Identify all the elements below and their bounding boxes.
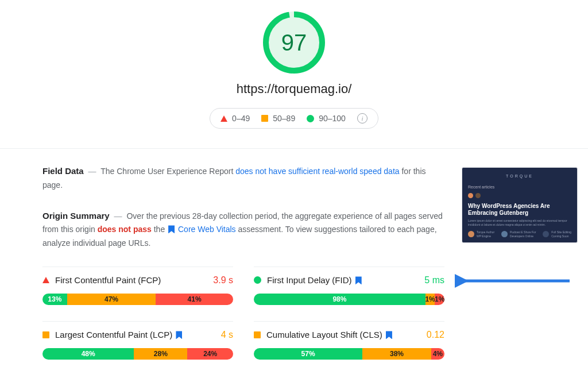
triangle-red-icon	[42, 277, 49, 283]
score-value: 97	[281, 30, 307, 56]
metric-cls-name-text: Cumulative Layout Shift (CLS)	[266, 330, 382, 339]
origin-mid: the	[152, 225, 167, 234]
lcp-good-seg: 48%	[42, 348, 134, 360]
score-header: 97 https://torquemag.io/ 0–49 50–89 90–1…	[0, 0, 588, 138]
metric-cls-value: 0.12	[427, 330, 444, 340]
triangle-red-icon	[220, 115, 227, 122]
metric-lcp-name-text: Largest Contentful Paint (LCP)	[55, 330, 172, 339]
metric-lcp-bar: 48% 28% 24%	[42, 348, 233, 360]
bookmark-icon	[355, 276, 362, 284]
dash: —	[88, 167, 96, 176]
square-orange-icon	[261, 115, 268, 122]
fcp-good-seg: 13%	[42, 294, 67, 305]
legend-average: 50–89	[261, 114, 295, 123]
metric-fid: First Input Delay (FID) 5 ms 98% 1% 1%	[254, 267, 444, 305]
avatar-icon	[475, 193, 481, 198]
metric-lcp-value: 4 s	[221, 330, 233, 340]
screenshot-thumbnail[interactable]: TORQUE Recent articles Why WordPress Age…	[462, 167, 578, 243]
fid-poor-seg: 1%	[435, 294, 444, 305]
avatar-icon	[501, 231, 508, 237]
fcp-poor-seg: 41%	[156, 294, 233, 305]
metric-cls-bar: 57% 38% 4%	[254, 348, 444, 360]
metric-fid-bar: 98% 1% 1%	[254, 294, 444, 305]
metric-fid-value: 5 ms	[424, 275, 444, 285]
metric-cls: Cumulative Layout Shift (CLS) 0.12 57% 3…	[254, 321, 444, 360]
metric-fcp-bar: 13% 47% 41%	[42, 294, 233, 305]
metric-fcp: First Contentful Paint (FCP) 3.9 s 13% 4…	[42, 267, 233, 305]
score-legend: 0–49 50–89 90–100 i	[210, 108, 378, 129]
fid-good-seg: 98%	[254, 294, 425, 305]
circle-green-icon	[254, 276, 261, 284]
square-orange-icon	[254, 331, 261, 338]
avatar-icon	[468, 193, 473, 198]
thumbnail-headline: Why WordPress Agencies Are Embracing Gut…	[468, 203, 571, 217]
bookmark-icon	[168, 225, 175, 233]
legend-poor-range: 0–49	[232, 114, 250, 123]
bookmark-icon	[386, 331, 392, 339]
field-data-paragraph: Field Data — The Chrome User Experience …	[42, 164, 444, 192]
fcp-avg-seg: 47%	[67, 294, 156, 305]
thumbnail-logo: TORQUE	[468, 173, 571, 179]
field-data-pre: The Chrome User Experience Report	[100, 167, 235, 176]
cls-good-seg: 57%	[254, 348, 362, 360]
insufficient-data-link[interactable]: does not have sufficient real-world spee…	[235, 167, 399, 176]
avatar-icon	[468, 231, 474, 237]
circle-green-icon	[307, 115, 314, 122]
thumbnail-avatars	[468, 193, 571, 198]
lcp-avg-seg: 28%	[134, 348, 187, 360]
origin-summary-paragraph: Origin Summary — Over the previous 28-da…	[42, 209, 444, 250]
origin-summary-heading: Origin Summary	[42, 211, 110, 221]
avatar-icon	[543, 231, 549, 237]
thumbnail-excerpt: Lorem ipsum dolor sit amet consectetur a…	[468, 219, 571, 226]
info-icon[interactable]: i	[357, 113, 368, 124]
analyzed-url: https://torquemag.io/	[0, 82, 588, 97]
cls-poor-seg: 4%	[431, 348, 444, 360]
metric-fid-name: First Input Delay (FID)	[267, 275, 419, 285]
legend-good: 90–100	[307, 114, 346, 123]
square-orange-icon	[42, 331, 49, 338]
legend-average-range: 50–89	[273, 114, 295, 123]
thumbnail-bottom-row: Torque AuthorWP Engine Podcast E Show Fo…	[468, 230, 571, 238]
legend-good-range: 90–100	[319, 114, 346, 123]
lcp-poor-seg: 24%	[187, 348, 233, 360]
metric-fcp-value: 3.9 s	[213, 275, 233, 285]
fail-status: does not pass	[98, 225, 152, 234]
metric-fid-name-text: First Input Delay (FID)	[267, 275, 352, 285]
metric-lcp: Largest Contentful Paint (LCP) 4 s 48% 2…	[42, 321, 233, 360]
metric-fcp-name: First Contentful Paint (FCP)	[55, 275, 207, 285]
field-data-heading: Field Data	[42, 166, 84, 176]
bookmark-icon	[176, 331, 182, 339]
score-gauge-wrap: 97	[263, 11, 325, 74]
core-web-vitals-link[interactable]: Core Web Vitals	[178, 225, 236, 234]
metric-lcp-name: Largest Contentful Paint (LCP)	[55, 330, 215, 339]
cls-avg-seg: 38%	[362, 348, 431, 360]
metric-cls-name: Cumulative Layout Shift (CLS)	[266, 330, 421, 339]
fid-avg-seg: 1%	[425, 294, 435, 305]
legend-poor: 0–49	[220, 114, 250, 123]
thumbnail-section: Recent articles	[468, 184, 571, 190]
dash: —	[114, 211, 122, 221]
score-gauge: 97	[263, 11, 325, 74]
